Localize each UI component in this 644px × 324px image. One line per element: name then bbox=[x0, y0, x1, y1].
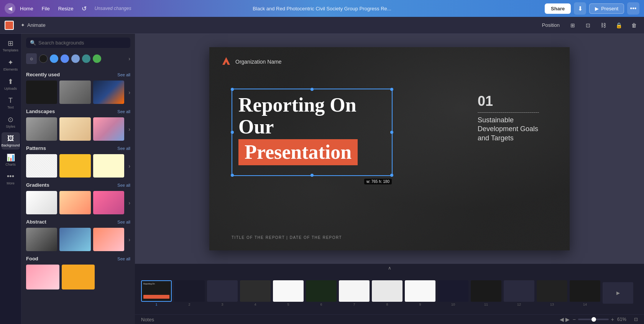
title-text-box[interactable]: Reporting On Our Presentation w: 765 h: … bbox=[232, 89, 393, 176]
grid-icon-button[interactable]: ⊞ bbox=[567, 20, 578, 31]
color-filter-blue1[interactable] bbox=[50, 54, 58, 63]
color-filter-blue2[interactable] bbox=[61, 54, 69, 63]
filmstrip-slide-2[interactable]: 2 bbox=[174, 280, 205, 306]
sidebar-item-uploads[interactable]: ⬆ Uploads bbox=[2, 75, 20, 93]
lock-icon-button[interactable]: 🔒 bbox=[613, 20, 624, 31]
sidebar-item-styles[interactable]: ⊙ Styles bbox=[2, 113, 20, 131]
sidebar-item-charts[interactable]: 📊 Charts bbox=[2, 151, 20, 169]
share-button[interactable]: Share bbox=[545, 3, 571, 14]
pattern-item-3[interactable] bbox=[93, 154, 124, 178]
abstract-item-1[interactable] bbox=[26, 228, 57, 251]
food-item-1[interactable] bbox=[26, 265, 59, 289]
search-input[interactable] bbox=[38, 40, 127, 46]
gradients-see-all[interactable]: See all bbox=[117, 183, 130, 187]
resize-handle-br[interactable] bbox=[390, 174, 393, 177]
landscapes-arrow[interactable]: › bbox=[128, 126, 130, 132]
notes-label[interactable]: Notes bbox=[141, 317, 154, 322]
filmstrip-expand-icon[interactable]: ∧ bbox=[388, 265, 391, 271]
landscape-item-2[interactable] bbox=[59, 117, 90, 141]
position-button[interactable]: Position bbox=[539, 21, 563, 30]
patterns-arrow[interactable]: › bbox=[128, 163, 130, 169]
undo-button[interactable]: ↺ bbox=[78, 3, 90, 14]
resize-handle-mid-b[interactable] bbox=[310, 174, 314, 177]
sidebar-item-templates[interactable]: ⊞ Templates bbox=[2, 37, 20, 54]
download-button[interactable]: ⬇ bbox=[574, 2, 586, 15]
zoom-in-button[interactable]: + bbox=[611, 316, 614, 322]
resize-handle-bl[interactable] bbox=[231, 174, 234, 177]
zoom-out-button[interactable]: − bbox=[573, 316, 576, 322]
filmstrip-slide-14[interactable]: 14 bbox=[570, 280, 600, 306]
slide-num-13: 13 bbox=[537, 303, 567, 306]
resize-handle-mid-t[interactable] bbox=[310, 88, 314, 91]
home-nav[interactable]: Home bbox=[16, 4, 37, 13]
resize-nav[interactable]: Resize bbox=[54, 4, 77, 13]
abstract-arrow[interactable]: › bbox=[128, 237, 130, 243]
recently-used-item-3[interactable] bbox=[93, 81, 124, 104]
filmstrip-slide-8[interactable]: 8 bbox=[372, 280, 402, 306]
search-input-wrap[interactable]: 🔍 bbox=[26, 38, 130, 48]
gradients-arrow[interactable]: › bbox=[128, 200, 130, 206]
color-filter-black[interactable] bbox=[39, 54, 48, 63]
color-filter-teal[interactable] bbox=[82, 54, 90, 63]
align-icon-button[interactable]: ⊡ bbox=[583, 20, 593, 31]
filmstrip-more[interactable]: ▶ bbox=[603, 282, 633, 304]
filmstrip-slide-9[interactable]: 9 bbox=[405, 280, 435, 306]
file-nav[interactable]: File bbox=[38, 4, 54, 13]
sidebar-item-more[interactable]: ••• More bbox=[2, 170, 20, 187]
color-filter-more[interactable]: › bbox=[128, 56, 130, 62]
filmstrip-slide-7[interactable]: 7 bbox=[339, 280, 370, 306]
abstract-see-all[interactable]: See all bbox=[117, 220, 130, 224]
sidebar-item-background[interactable]: 🖼 Background bbox=[2, 132, 20, 150]
gradient-item-2[interactable] bbox=[59, 191, 90, 214]
more-options-button[interactable]: ••• bbox=[627, 2, 639, 15]
color-swatch[interactable] bbox=[5, 21, 14, 30]
animate-button[interactable]: ✦ Animate bbox=[17, 21, 49, 30]
color-filter-all[interactable]: ⊙ bbox=[26, 53, 37, 64]
recently-used-item-1[interactable] bbox=[26, 81, 57, 104]
filmstrip-slide-4[interactable]: 4 bbox=[240, 280, 271, 306]
fit-button[interactable]: ⊡ bbox=[634, 317, 638, 322]
prev-slide-button[interactable]: ◀ bbox=[560, 316, 564, 322]
recently-used-item-2[interactable] bbox=[59, 81, 90, 104]
landscapes-see-all[interactable]: See all bbox=[117, 109, 130, 114]
landscape-item-3[interactable] bbox=[93, 117, 124, 141]
sidebar-item-text[interactable]: T Text bbox=[2, 94, 20, 112]
pattern-item-2[interactable] bbox=[59, 154, 90, 178]
food-grid bbox=[26, 265, 130, 289]
landscape-item-1[interactable] bbox=[26, 117, 57, 141]
abstract-item-2[interactable] bbox=[59, 228, 90, 251]
sidebar-item-elements[interactable]: ✦ Elements bbox=[2, 56, 20, 74]
resize-handle-tl[interactable] bbox=[231, 88, 234, 91]
color-filter-blue3[interactable] bbox=[71, 54, 80, 63]
zoom-thumb[interactable] bbox=[591, 317, 596, 322]
zoom-track[interactable] bbox=[578, 319, 609, 320]
food-item-2[interactable] bbox=[62, 265, 95, 289]
resize-handle-mid-l[interactable] bbox=[231, 131, 234, 134]
abstract-item-3[interactable] bbox=[93, 228, 124, 251]
slide-num-10: 10 bbox=[438, 303, 468, 306]
food-see-all[interactable]: See all bbox=[117, 257, 130, 261]
filmstrip-slide-10[interactable]: 10 bbox=[438, 280, 468, 306]
recently-used-arrow[interactable]: › bbox=[128, 89, 130, 95]
recently-used-see-all[interactable]: See all bbox=[117, 72, 130, 77]
present-button[interactable]: ▶ Present bbox=[589, 3, 624, 14]
pattern-item-1[interactable] bbox=[26, 154, 57, 178]
filmstrip-slide-12[interactable]: 12 bbox=[504, 280, 534, 306]
resize-handle-tr[interactable] bbox=[390, 88, 393, 91]
filmstrip-slide-3[interactable]: 3 bbox=[207, 280, 238, 306]
filmstrip-slide-13[interactable]: 13 bbox=[537, 280, 567, 306]
filmstrip-slide-1[interactable]: Reporting On 1 bbox=[141, 280, 172, 306]
filmstrip-slide-6[interactable]: 6 bbox=[306, 280, 337, 306]
slide-canvas[interactable]: Organization Name Reporting On Our Pr bbox=[209, 47, 570, 250]
resize-handle-mid-r[interactable] bbox=[390, 131, 393, 134]
gradient-item-1[interactable] bbox=[26, 191, 57, 214]
delete-icon-button[interactable]: 🗑 bbox=[629, 20, 639, 31]
patterns-see-all[interactable]: See all bbox=[117, 146, 130, 151]
filmstrip-slide-11[interactable]: 11 bbox=[471, 280, 501, 306]
filmstrip-slide-5[interactable]: 5 bbox=[273, 280, 304, 306]
gradient-item-3[interactable] bbox=[93, 191, 124, 214]
next-slide-button[interactable]: ▶ bbox=[565, 316, 570, 322]
link-icon-button[interactable]: ⛓ bbox=[598, 20, 609, 31]
color-filter-green[interactable] bbox=[93, 54, 101, 63]
back-button[interactable]: ◀ bbox=[5, 3, 15, 14]
